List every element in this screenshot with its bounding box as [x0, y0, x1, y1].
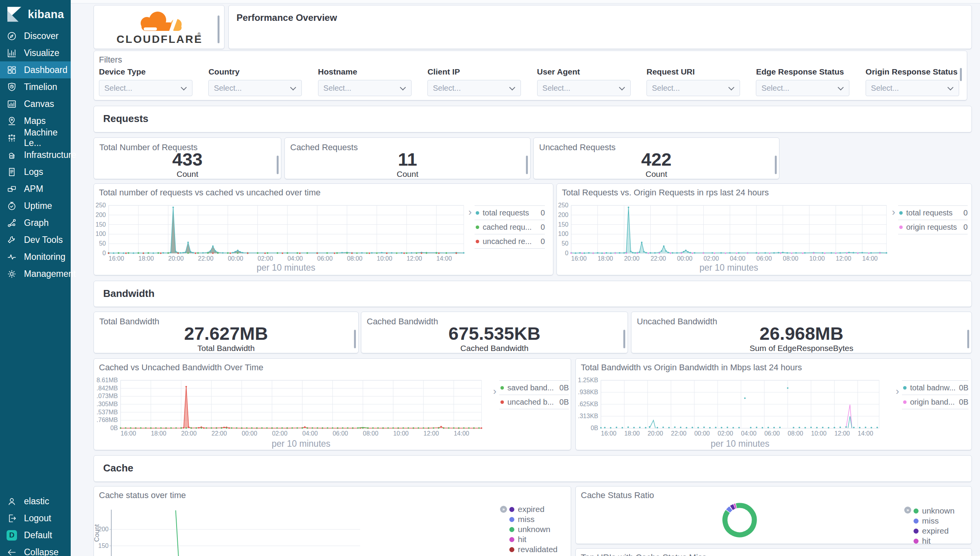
filters-panel: Filters Device TypeSelect...CountrySelec…: [94, 51, 967, 100]
legend-item[interactable]: hit: [914, 536, 968, 546]
svg-text:4.768MB: 4.768MB: [97, 417, 118, 423]
filter-select[interactable]: Select...: [756, 80, 849, 96]
legend-collapse-icon[interactable]: »: [904, 507, 911, 514]
svg-text:50: 50: [561, 240, 568, 247]
kibana-logo[interactable]: kibana: [0, 0, 71, 29]
legend-item[interactable]: uncached b...0B: [499, 395, 569, 409]
metric-sub-label: Count: [94, 170, 281, 179]
filter-select[interactable]: Select...: [318, 80, 412, 96]
filter-select[interactable]: Select...: [866, 80, 959, 96]
sidebar-item-infrastructure[interactable]: Infrastructure: [0, 146, 71, 163]
select-placeholder: Select...: [214, 84, 242, 93]
sidebar-item-visualize[interactable]: Visualize: [0, 44, 71, 61]
sidebar-item-uptime[interactable]: Uptime: [0, 197, 71, 214]
dashboard-icon: [7, 65, 17, 75]
filter-field-user-agent: User AgentSelect...: [537, 67, 638, 96]
sidebar-item-label: Dev Tools: [24, 235, 63, 245]
svg-text:20:00: 20:00: [181, 430, 197, 437]
sidebar-footer-collapse[interactable]: Collapse: [0, 544, 71, 556]
filter-select[interactable]: Select...: [208, 80, 302, 96]
panel-scrollbar[interactable]: [277, 156, 279, 174]
panel-scrollbar[interactable]: [218, 15, 219, 43]
filter-label: Edge Response Status: [756, 67, 856, 76]
legend-collapse-icon[interactable]: ›: [468, 207, 472, 217]
sidebar-footer-logout[interactable]: Logout: [0, 510, 71, 527]
filter-field-request-uri: Request URISelect...: [647, 67, 747, 96]
svg-text:390.625KB: 390.625KB: [578, 401, 598, 407]
sidebar-footer-space-default[interactable]: DDefault: [0, 527, 71, 544]
svg-text:20:00: 20:00: [648, 430, 663, 437]
svg-text:150: 150: [98, 542, 109, 549]
legend-label: uncached re...: [483, 237, 538, 246]
kibana-wordmark: kibana: [28, 8, 64, 21]
sidebar-item-timelion[interactable]: Timelion: [0, 78, 71, 95]
filter-select[interactable]: Select...: [99, 80, 192, 96]
panel-scrollbar[interactable]: [967, 330, 969, 348]
panel-scrollbar[interactable]: [526, 156, 528, 174]
sidebar-item-management[interactable]: Management: [0, 265, 71, 282]
filter-label: Client IP: [427, 67, 528, 76]
sidebar-item-dev-tools[interactable]: Dev Tools: [0, 231, 71, 248]
legend-collapse-icon[interactable]: ›: [892, 207, 895, 217]
sidebar-item-machine-learning[interactable]: Machine Le...: [0, 129, 71, 146]
metric-cached-requests: Cached Requests 11 Count: [284, 137, 531, 179]
svg-text:9.537MB: 9.537MB: [97, 409, 118, 415]
legend-item[interactable]: origin band...0B: [902, 395, 968, 409]
sidebar-item-discover[interactable]: Discover: [0, 27, 71, 44]
legend-item[interactable]: unknown: [914, 506, 968, 516]
legend-item[interactable]: origin requests0: [898, 220, 968, 234]
filter-select[interactable]: Select...: [427, 80, 521, 96]
legend-collapse-icon[interactable]: ›: [896, 386, 899, 396]
legend-label: hit: [922, 536, 968, 546]
legend-collapse-icon[interactable]: »: [500, 506, 507, 513]
apm-icon: [7, 184, 17, 194]
legend-item[interactable]: hit: [509, 534, 571, 544]
legend-item[interactable]: cached requ...0: [475, 220, 545, 234]
svg-text:20:00: 20:00: [624, 255, 640, 262]
legend-item[interactable]: expired: [509, 504, 571, 514]
filter-select[interactable]: Select...: [647, 80, 740, 96]
legend-collapse-icon[interactable]: ›: [493, 386, 497, 396]
legend-item[interactable]: total badnw...0B: [902, 380, 968, 395]
sidebar-item-maps[interactable]: Maps: [0, 112, 71, 129]
filter-field-client-ip: Client IPSelect...: [427, 67, 528, 96]
legend-item[interactable]: revalidated: [509, 544, 571, 554]
legend-item[interactable]: expired: [914, 526, 968, 536]
svg-text:18:00: 18:00: [597, 255, 613, 262]
svg-text:00:00: 00:00: [242, 430, 257, 437]
panel-scrollbar[interactable]: [623, 330, 625, 348]
panel-scrollbar[interactable]: [775, 156, 777, 174]
legend-swatch: [500, 386, 504, 390]
legend-value: 0B: [959, 383, 968, 392]
svg-text:00:00: 00:00: [228, 255, 243, 262]
legend-label: expired: [922, 526, 968, 536]
legend-item[interactable]: miss: [509, 514, 571, 524]
sidebar-item-monitoring[interactable]: Monitoring: [0, 248, 71, 265]
sidebar-item-label: Timelion: [24, 82, 57, 92]
panel-scrollbar[interactable]: [354, 330, 356, 348]
filters-title: Filters: [99, 55, 122, 65]
sidebar-item-apm[interactable]: APM: [0, 180, 71, 197]
legend-item[interactable]: unknown: [509, 524, 571, 534]
filter-select[interactable]: Select...: [537, 80, 631, 96]
legend-swatch: [500, 400, 504, 404]
legend-item[interactable]: total requests0: [898, 205, 968, 220]
legend-item[interactable]: total requests0: [475, 205, 545, 220]
legend-item[interactable]: saved band...0B: [499, 380, 569, 395]
canvas-icon: [7, 99, 17, 109]
chart-panel-top-uris-cache-miss: Top URIs with Cache Status Miss: [575, 548, 972, 556]
sidebar-item-graph[interactable]: Graph: [0, 214, 71, 231]
sidebar-item-canvas[interactable]: Canvas: [0, 95, 71, 112]
legend-item[interactable]: uncached re...0: [475, 234, 545, 249]
legend-item[interactable]: miss: [914, 516, 968, 526]
filter-field-edge-response-status: Edge Response StatusSelect...: [756, 67, 856, 96]
legend-swatch: [509, 527, 514, 532]
svg-text:250: 250: [558, 202, 568, 208]
select-placeholder: Select...: [104, 84, 132, 93]
sidebar-footer-user[interactable]: elastic: [0, 493, 71, 510]
legend-swatch: [509, 507, 514, 512]
svg-text:14:00: 14:00: [436, 255, 452, 262]
sidebar-item-dashboard[interactable]: Dashboard: [0, 61, 71, 78]
sidebar-item-logs[interactable]: Logs: [0, 163, 71, 180]
legend-label: total badnw...: [910, 383, 956, 392]
